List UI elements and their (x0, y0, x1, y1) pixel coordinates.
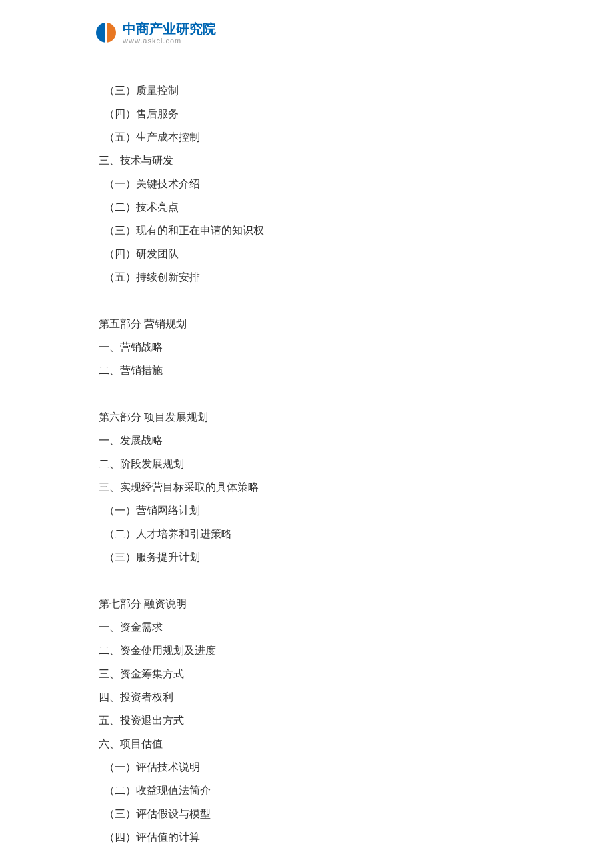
toc-line: （五）持续创新安排 (99, 265, 512, 289)
toc-line: 三、技术与研发 (99, 149, 512, 172)
toc-line: 二、阶段发展规划 (99, 452, 512, 475)
toc-line: 二、营销措施 (99, 359, 512, 382)
toc-line: 三、实现经营目标采取的具体策略 (99, 475, 512, 499)
toc-line: （二）技术亮点 (99, 195, 512, 219)
toc-line: 二、资金使用规划及进度 (99, 639, 512, 662)
toc-line: 六、项目估值 (99, 732, 512, 755)
svg-rect-0 (105, 21, 107, 44)
toc-line: （二）人才培养和引进策略 (99, 522, 512, 545)
toc-line: 第六部分 项目发展规划 (99, 405, 512, 429)
toc-line: （四）研发团队 (99, 242, 512, 265)
toc-line: 第五部分 营销规划 (99, 312, 512, 335)
toc-line: （五）生产成本控制 (99, 125, 512, 149)
toc-line: 第七部分 融资说明 (99, 592, 512, 615)
toc-line: （三）服务提升计划 (99, 545, 512, 569)
toc-line: 三、资金筹集方式 (99, 662, 512, 685)
document-content: （三）质量控制（四）售后服务（五）生产成本控制三、技术与研发（一）关键技术介绍（… (99, 79, 512, 849)
toc-line: 四、投资者权利 (99, 685, 512, 709)
logo-text-container: 中商产业研究院 www.askci.com (123, 21, 216, 45)
toc-line: 五、投资退出方式 (99, 709, 512, 732)
header-logo: 中商产业研究院 www.askci.com (93, 20, 216, 45)
toc-line: （一）评估技术说明 (99, 755, 512, 779)
toc-line: 一、营销战略 (99, 335, 512, 359)
toc-line: （三）评估假设与模型 (99, 802, 512, 825)
toc-line: （一）营销网络计划 (99, 499, 512, 522)
toc-line: （四）售后服务 (99, 102, 512, 125)
toc-line: 一、发展战略 (99, 429, 512, 452)
toc-line: （三）现有的和正在申请的知识权 (99, 219, 512, 242)
toc-line: （四）评估值的计算 (99, 825, 512, 849)
toc-line: （二）收益现值法简介 (99, 779, 512, 802)
logo-url: www.askci.com (123, 37, 216, 45)
toc-line: （一）关键技术介绍 (99, 172, 512, 195)
toc-line: （三）质量控制 (99, 79, 512, 102)
logo-icon (93, 20, 119, 45)
toc-line: 一、资金需求 (99, 615, 512, 639)
logo-title: 中商产业研究院 (123, 21, 216, 36)
